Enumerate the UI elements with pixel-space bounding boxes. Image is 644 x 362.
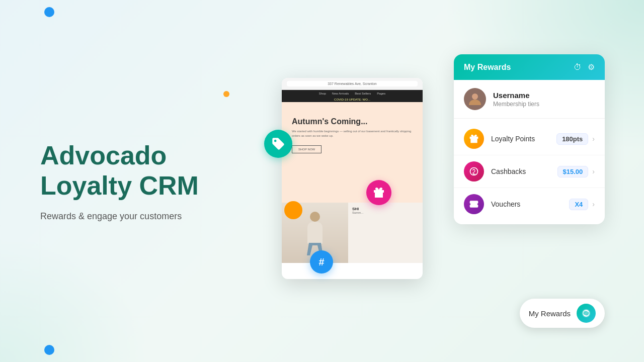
- float-orange-dot: [284, 201, 302, 219]
- reward-item-voucher[interactable]: Vouchers X4 ›: [454, 188, 605, 220]
- dot-blue-top: [44, 7, 54, 17]
- loyalty-value: 180pts: [556, 133, 588, 145]
- voucher-icon-wrap: [464, 194, 484, 214]
- browser-url: 337 Renewables Ave, Scranton: [287, 81, 418, 86]
- float-gift-icon: [366, 180, 391, 205]
- loyalty-icon-wrap: [464, 129, 484, 149]
- user-section: Username Membership tiers: [454, 80, 605, 119]
- cashback-value-wrap: $15.00 ›: [557, 166, 595, 177]
- browser-bar: 337 Renewables Ave, Scranton: [282, 78, 423, 90]
- person-silhouette: [300, 208, 330, 258]
- bg-blob-bottom-left: [0, 236, 151, 362]
- autumn-text: We started with humble beginnings — sell…: [292, 129, 413, 138]
- rewards-list: Loyalty Points 180pts › Cashbacks $15.00…: [454, 119, 605, 224]
- nav-shop[interactable]: Shop: [319, 92, 326, 95]
- bottom-right-label: SHI: [352, 207, 419, 211]
- loyalty-label: Loyalty Points: [491, 135, 549, 143]
- subtitle: Rewards & engage your customers: [40, 211, 199, 221]
- rewards-header: My Rewards ⏱ ⚙: [454, 54, 605, 80]
- rewards-header-icons: ⏱ ⚙: [574, 62, 595, 72]
- title-line1: Advocado: [40, 141, 167, 170]
- voucher-icon: [469, 199, 479, 209]
- float-tag-icon: [264, 130, 292, 158]
- browser-mockup: 337 Renewables Ave, Scranton Shop New Ar…: [282, 78, 423, 279]
- my-rewards-button[interactable]: My Rewards: [520, 299, 605, 328]
- browser-content-top: Autumn's Coming... We started with humbl…: [282, 102, 423, 203]
- shop-now-btn[interactable]: SHOP NOW: [292, 145, 321, 153]
- bottom-right-sub: Summ...: [352, 211, 419, 214]
- reward-item-cashback[interactable]: Cashbacks $15.00 ›: [454, 155, 605, 188]
- settings-icon[interactable]: ⚙: [588, 62, 595, 72]
- autumn-title: Autumn's Coming...: [292, 117, 413, 126]
- cashback-icon: [469, 166, 479, 176]
- left-section: Advocado Loyalty CRM Rewards & engage yo…: [40, 141, 199, 222]
- voucher-label: Vouchers: [491, 200, 562, 208]
- nav-best-sellers[interactable]: Best Sellers: [355, 92, 371, 95]
- user-info: Username Membership tiers: [493, 91, 539, 108]
- my-rewards-btn-label: My Rewards: [529, 309, 571, 318]
- svg-point-1: [472, 94, 478, 100]
- rewards-header-title: My Rewards: [464, 63, 511, 72]
- my-rewards-btn-circle: [577, 304, 596, 323]
- browser-bottom-right: SHI Summ...: [348, 203, 423, 263]
- browser-content-bottom: SHI Summ...: [282, 203, 423, 263]
- rewards-widget: My Rewards ⏱ ⚙ Username Membership tiers: [454, 54, 605, 224]
- float-hash-icon: #: [310, 250, 333, 274]
- loyalty-value-wrap: 180pts ›: [556, 133, 595, 145]
- voucher-chevron: ›: [592, 200, 595, 208]
- dot-orange: [223, 91, 229, 97]
- voucher-value-wrap: X4 ›: [569, 199, 595, 210]
- user-avatar: [464, 88, 486, 110]
- cashback-label: Cashbacks: [491, 167, 550, 175]
- voucher-value: X4: [569, 199, 588, 210]
- user-name: Username: [493, 91, 539, 100]
- tag-icon: [271, 137, 285, 151]
- history-icon[interactable]: ⏱: [574, 63, 582, 72]
- reward-item-loyalty[interactable]: Loyalty Points 180pts ›: [454, 123, 605, 155]
- title-line2: Loyalty CRM: [40, 171, 199, 200]
- dot-blue-bottom: [44, 345, 54, 355]
- advocado-logo-icon: [581, 308, 591, 318]
- cashback-icon-wrap: [464, 161, 484, 182]
- gift-icon: [373, 187, 385, 199]
- browser-nav: Shop New Arrivals Best Sellers Pages: [282, 90, 423, 97]
- svg-point-0: [310, 212, 320, 222]
- nav-new-arrivals[interactable]: New Arrivals: [332, 92, 349, 95]
- loyalty-icon: [469, 134, 479, 144]
- nav-pages[interactable]: Pages: [377, 92, 385, 95]
- main-title: Advocado Loyalty CRM: [40, 141, 199, 201]
- cashback-value: $15.00: [557, 166, 589, 177]
- avatar-icon: [467, 91, 483, 107]
- browser-banner: COVID-19 UPDATE: WO...: [282, 97, 423, 102]
- user-tier: Membership tiers: [493, 101, 539, 108]
- cashback-chevron: ›: [592, 167, 595, 175]
- loyalty-chevron: ›: [592, 135, 595, 143]
